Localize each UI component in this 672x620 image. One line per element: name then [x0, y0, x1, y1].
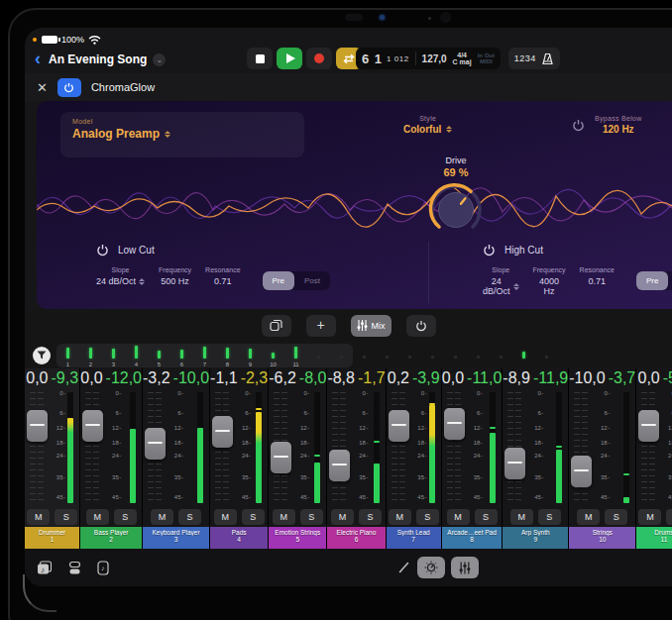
- solo-button[interactable]: S: [178, 509, 201, 525]
- overview-track-slot[interactable]: 8: [216, 344, 239, 367]
- drive-control[interactable]: Drive 69 %: [421, 155, 491, 240]
- mute-button[interactable]: M: [214, 509, 237, 525]
- fader-handle[interactable]: [444, 408, 465, 440]
- high-cut-pre-post-toggle[interactable]: Pre Post: [636, 271, 672, 290]
- track-tab[interactable]: Electric Piano6: [327, 527, 385, 549]
- track-tab[interactable]: Strings10: [569, 527, 635, 549]
- overview-track-slot[interactable]: 9: [239, 344, 262, 367]
- bypass-below-control[interactable]: Bypass Below 120 Hz: [595, 115, 642, 135]
- low-cut-frequency[interactable]: Frequency 500 Hz: [159, 266, 191, 286]
- model-selector[interactable]: Model Analog Preamp: [60, 112, 304, 157]
- overview-track-slot[interactable]: [376, 344, 398, 367]
- high-cut-frequency[interactable]: Frequency 4000 Hz: [533, 266, 566, 296]
- plugin-power-button[interactable]: [57, 78, 81, 97]
- track-tab[interactable]: Arp Synth9: [503, 527, 568, 549]
- play-surface-icon[interactable]: ♪: [97, 561, 109, 575]
- pan-value[interactable]: -8,9: [503, 369, 530, 387]
- mute-button[interactable]: M: [389, 509, 411, 525]
- overview-visible-tracks[interactable]: 1234567891011: [56, 344, 353, 367]
- mute-button[interactable]: M: [447, 509, 470, 525]
- record-button[interactable]: [306, 48, 332, 69]
- solo-button[interactable]: S: [114, 509, 137, 525]
- pan-value[interactable]: -6,2: [269, 369, 296, 387]
- fader-handle[interactable]: [638, 410, 659, 442]
- overview-track-slot[interactable]: [467, 344, 490, 367]
- lcd-display[interactable]: 6 1 1 012 127,0 4/4 C maj In Out MIDI: [356, 48, 501, 69]
- mute-button[interactable]: M: [273, 509, 295, 525]
- overview-track-slot[interactable]: [512, 344, 535, 367]
- overview-track-slot[interactable]: 5: [148, 344, 170, 367]
- mixer-channel-4[interactable]: -1,1-2,3061218243545MSPads4: [210, 368, 269, 549]
- low-cut-slope[interactable]: Slope 24 dB/Oct: [96, 266, 145, 286]
- low-cut-resonance[interactable]: Resonance 0.71: [205, 266, 240, 286]
- pan-value[interactable]: 0,0: [442, 369, 464, 387]
- track-tab[interactable]: Emotion Strings5: [269, 527, 326, 549]
- mixer-view-button[interactable]: [451, 557, 479, 578]
- count-in-button[interactable]: 1234: [514, 53, 536, 63]
- browser-loops-icon[interactable]: ♪: [37, 561, 53, 575]
- track-tab[interactable]: Drums11: [636, 527, 672, 549]
- overview-track-slot[interactable]: 4: [125, 344, 148, 367]
- mute-button[interactable]: M: [151, 509, 173, 525]
- controls-view-button[interactable]: [417, 557, 445, 578]
- pan-value[interactable]: -1,1: [210, 369, 238, 387]
- solo-button[interactable]: S: [416, 509, 439, 525]
- overview-track-slot[interactable]: [444, 344, 467, 367]
- plugins-icon[interactable]: [68, 561, 81, 575]
- overview-track-slot[interactable]: 6: [170, 344, 193, 367]
- drive-knob[interactable]: [426, 180, 486, 240]
- track-tab[interactable]: Drummer1: [25, 527, 79, 549]
- track-tab[interactable]: Arcade…eet Pad8: [442, 527, 503, 549]
- mixer-channel-7[interactable]: 0,2-3,9061218243545MSSynth Lead7: [387, 368, 442, 549]
- mixer-channel-1[interactable]: 0,0-9,3061218243545MSDrummer1: [25, 368, 80, 549]
- close-icon[interactable]: ✕: [37, 80, 48, 95]
- overview-track-slot[interactable]: 7: [193, 344, 216, 367]
- mixer-channel-6[interactable]: -8,8-1,7061218243545MSElectric Piano6: [327, 368, 386, 549]
- power-icon[interactable]: [483, 244, 496, 257]
- fader-handle[interactable]: [212, 416, 233, 448]
- high-cut-slope[interactable]: Slope 24 dB/Oct: [483, 266, 519, 296]
- mute-button[interactable]: M: [27, 509, 50, 525]
- track-tab[interactable]: Pads4: [210, 527, 268, 549]
- power-icon[interactable]: [572, 119, 585, 132]
- mixer-channel-10[interactable]: -10,0-3,7061218243545MSStrings10: [569, 368, 636, 549]
- add-track-button[interactable]: +: [306, 315, 336, 337]
- overview-track-slot[interactable]: [353, 344, 376, 367]
- solo-button[interactable]: S: [538, 509, 561, 525]
- fader-handle[interactable]: [271, 442, 291, 473]
- mixer-channel-3[interactable]: -3,2-10,0061218243545MSKeyboard Player3: [143, 368, 210, 549]
- overview-track-slot[interactable]: 3: [102, 344, 125, 367]
- metronome-icon[interactable]: [541, 52, 554, 65]
- duplicate-button[interactable]: [262, 315, 291, 337]
- overview-track-slot[interactable]: [330, 344, 353, 367]
- mute-button[interactable]: M: [86, 509, 109, 525]
- back-chevron-icon[interactable]: ‹: [35, 50, 41, 67]
- mixer-channel-11[interactable]: 0,0-5,0061218243545MSDrums11: [636, 368, 672, 549]
- mute-button[interactable]: M: [331, 509, 354, 525]
- mute-button[interactable]: M: [510, 509, 533, 525]
- song-title-chevron-icon[interactable]: ⌄: [153, 53, 166, 66]
- pan-value[interactable]: 0,0: [26, 369, 48, 387]
- overview-track-slot[interactable]: 1: [56, 344, 79, 367]
- pan-value[interactable]: 0,2: [388, 369, 409, 387]
- pencil-icon[interactable]: [397, 561, 411, 574]
- power-icon[interactable]: [96, 244, 109, 257]
- pan-value[interactable]: -3,2: [143, 369, 170, 387]
- overview-track-slot[interactable]: [421, 344, 444, 367]
- track-tab[interactable]: Synth Lead7: [387, 527, 441, 549]
- high-cut-resonance[interactable]: Resonance 0.71: [580, 266, 615, 286]
- solo-button[interactable]: S: [242, 509, 265, 525]
- overview-track-slot[interactable]: [490, 344, 512, 367]
- solo-button[interactable]: S: [55, 509, 77, 525]
- track-tab[interactable]: Keyboard Player3: [143, 527, 209, 549]
- pan-value[interactable]: 0,0: [638, 369, 660, 387]
- mixer-channel-5[interactable]: -6,2-8,0061218243545MSEmotion Strings5: [269, 368, 327, 549]
- solo-button[interactable]: S: [666, 509, 672, 525]
- mute-button[interactable]: M: [577, 509, 600, 525]
- overview-track-slot[interactable]: [535, 344, 558, 367]
- overview-overflow-tracks[interactable]: [353, 344, 558, 367]
- fader-handle[interactable]: [329, 450, 350, 481]
- mixer-channel-9[interactable]: -8,9-11,9061218243545MSArp Synth9: [503, 368, 569, 549]
- mixer-channel-2[interactable]: 0,0-12,0061218243545MSBass Player2: [80, 368, 143, 549]
- overview-track-slot[interactable]: [398, 344, 421, 367]
